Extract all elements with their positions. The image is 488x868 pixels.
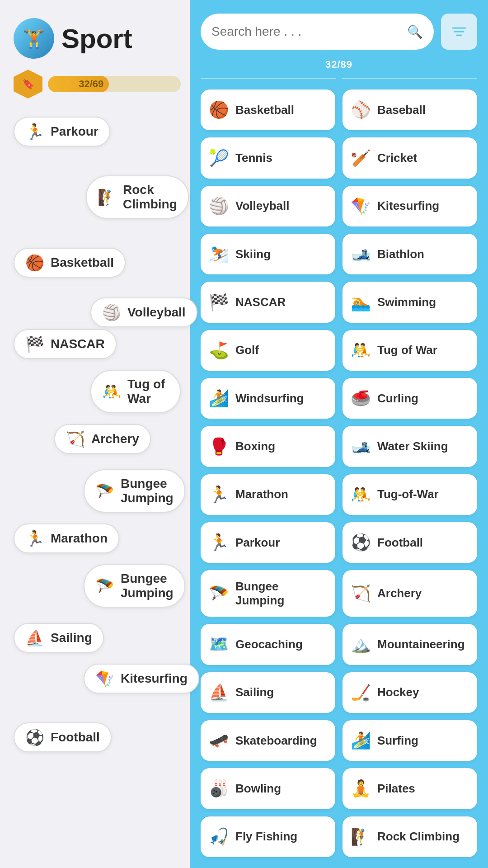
volleyball-left-icon: 🏐 <box>102 305 121 320</box>
skateboarding-grid-icon: 🛹 <box>209 731 229 750</box>
volleyball-grid-icon: 🏐 <box>209 197 229 216</box>
search-button[interactable]: 🔍 <box>407 24 423 39</box>
grid-item-tug-of-war[interactable]: 🤼Tug of War <box>343 330 477 371</box>
right-progress-label: 32/89 <box>201 59 477 71</box>
bungee-2-left-label: Bungee Jumping <box>121 571 174 600</box>
fly-fishing-grid-label: Fly Fishing <box>235 830 297 844</box>
left-item-tug-of-war-left[interactable]: 🤼Tug of War <box>90 370 181 413</box>
kitesurfing-left-label: Kitesurfing <box>121 671 188 686</box>
cricket-grid-icon: 🏏 <box>351 149 371 168</box>
mountaineering-grid-label: Mountaineering <box>377 637 465 651</box>
left-item-bungee-1-left[interactable]: 🪂Bungee Jumping <box>84 469 185 513</box>
grid-item-marathon[interactable]: 🏃Marathon <box>201 474 335 515</box>
left-item-bungee-2-left[interactable]: 🪂Bungee Jumping <box>84 564 185 608</box>
right-panel: 🔍 32/89 🏀Basketball⚾Baseball🎾Tennis🏏Cric… <box>190 0 488 868</box>
grid-item-tug-of-war-2[interactable]: 🤼Tug-of-War <box>343 474 477 515</box>
archery-grid-icon: 🏹 <box>351 584 371 603</box>
grid-item-volleyball[interactable]: 🏐Volleyball <box>201 186 335 226</box>
skiing-grid-label: Skiing <box>235 247 271 261</box>
grid-item-golf[interactable]: ⛳Golf <box>201 330 335 371</box>
search-input[interactable] <box>211 24 402 39</box>
grid-item-kitesurfing[interactable]: 🪁Kitesurfing <box>343 186 477 226</box>
left-item-parkour-left[interactable]: 🏃Parkour <box>14 117 110 146</box>
app-header: 🏋️ Sport <box>14 18 181 59</box>
app-logo: 🏋️ <box>14 18 54 59</box>
left-item-marathon-left[interactable]: 🏃Marathon <box>14 524 119 553</box>
hockey-grid-icon: 🏒 <box>351 683 371 702</box>
skiing-grid-icon: ⛷️ <box>209 245 229 264</box>
basketball-left-icon: 🏀 <box>25 255 44 270</box>
grid-item-nascar[interactable]: 🏁NASCAR <box>201 282 335 322</box>
search-bar-row: 🔍 <box>201 14 477 50</box>
grid-item-fly-fishing[interactable]: 🎣Fly Fishing <box>201 816 335 857</box>
parkour-grid-label: Parkour <box>235 536 280 550</box>
parkour-left-label: Parkour <box>51 124 99 139</box>
grid-item-mountaineering[interactable]: 🏔️Mountaineering <box>343 624 477 665</box>
divider-row <box>201 78 477 79</box>
grid-item-cricket[interactable]: 🏏Cricket <box>343 137 477 178</box>
grid-item-bowling[interactable]: 🎳Bowling <box>201 768 335 809</box>
geocaching-grid-label: Geocaching <box>235 637 303 651</box>
grid-item-skateboarding[interactable]: 🛹Skateboarding <box>201 720 335 761</box>
parkour-left-icon: 🏃 <box>25 124 44 139</box>
grid-item-bungee-jumping[interactable]: 🪂Bungee Jumping <box>201 570 335 617</box>
tug-of-war-grid-icon: 🤼 <box>351 341 371 360</box>
tug-of-war-left-icon: 🤼 <box>102 384 121 399</box>
golf-grid-label: Golf <box>235 343 259 357</box>
surfing-grid-label: Surfing <box>377 734 418 748</box>
bowling-grid-label: Bowling <box>235 782 281 796</box>
left-item-football-left[interactable]: ⚽Football <box>14 722 112 752</box>
grid-item-tennis[interactable]: 🎾Tennis <box>201 137 335 178</box>
rock-climbing-grid-label: Rock Climbing <box>377 830 460 844</box>
grid-item-geocaching[interactable]: 🗺️Geocaching <box>201 624 335 665</box>
left-item-nascar-left[interactable]: 🏁NASCAR <box>14 329 117 359</box>
nascar-grid-label: NASCAR <box>235 295 286 309</box>
grid-item-surfing[interactable]: 🏄Surfing <box>343 720 477 761</box>
marathon-grid-icon: 🏃 <box>209 485 229 504</box>
boxing-grid-label: Boxing <box>235 439 275 453</box>
tennis-grid-label: Tennis <box>235 151 272 165</box>
swimming-grid-label: Swimming <box>377 295 436 309</box>
app-title: Sport <box>61 23 132 54</box>
windsurfing-grid-icon: 🏄 <box>209 389 229 408</box>
left-item-rock-climbing-left[interactable]: 🧗Rock Climbing <box>86 175 189 219</box>
filter-button[interactable] <box>441 14 477 50</box>
left-item-archery-left[interactable]: 🏹Archery <box>54 424 151 454</box>
marathon-left-icon: 🏃 <box>25 531 44 546</box>
progress-hexagon: 🔖 <box>14 70 42 99</box>
grid-item-parkour[interactable]: 🏃Parkour <box>201 522 335 563</box>
left-item-basketball-left[interactable]: 🏀Basketball <box>14 248 126 278</box>
progress-fill: 32/69 <box>48 76 109 92</box>
grid-item-windsurfing[interactable]: 🏄Windsurfing <box>201 378 335 419</box>
nascar-left-label: NASCAR <box>51 337 105 351</box>
tug-of-war-2-grid-label: Tug-of-War <box>377 487 439 501</box>
left-item-sailing-left[interactable]: ⛵Sailing <box>14 623 104 653</box>
rock-climbing-left-label: Rock Climbing <box>123 183 177 212</box>
grid-item-water-skiing[interactable]: 🎿Water Skiing <box>343 426 477 467</box>
football-grid-icon: ⚽ <box>351 533 371 552</box>
grid-item-skiing[interactable]: ⛷️Skiing <box>201 234 335 274</box>
grid-item-curling[interactable]: 🥌Curling <box>343 378 477 419</box>
grid-item-football[interactable]: ⚽Football <box>343 522 477 563</box>
sports-grid: 🏀Basketball⚾Baseball🎾Tennis🏏Cricket🏐Voll… <box>201 90 477 868</box>
hockey-grid-label: Hockey <box>377 685 419 699</box>
grid-item-biathlon[interactable]: 🎿Biathlon <box>343 234 477 274</box>
bungee-1-left-label: Bungee Jumping <box>121 476 174 505</box>
grid-item-pilates[interactable]: 🧘Pilates <box>343 768 477 809</box>
grid-item-rock-climbing[interactable]: 🧗Rock Climbing <box>343 816 477 857</box>
progress-track: 32/69 <box>48 76 181 92</box>
marathon-grid-label: Marathon <box>235 487 288 501</box>
left-item-kitesurfing-left[interactable]: 🪁Kitesurfing <box>84 664 199 693</box>
grid-item-boxing[interactable]: 🥊Boxing <box>201 426 335 467</box>
grid-item-baseball[interactable]: ⚾Baseball <box>343 90 477 130</box>
grid-item-swimming[interactable]: 🏊Swimming <box>343 282 477 322</box>
water-skiing-grid-icon: 🎿 <box>351 437 371 456</box>
grid-item-basketball[interactable]: 🏀Basketball <box>201 90 335 130</box>
divider-left <box>201 78 336 79</box>
grid-item-archery[interactable]: 🏹Archery <box>343 570 477 617</box>
left-item-volleyball-left[interactable]: 🏐Volleyball <box>90 297 197 327</box>
grid-item-hockey[interactable]: 🏒Hockey <box>343 672 477 713</box>
windsurfing-grid-label: Windsurfing <box>235 392 304 406</box>
grid-item-sailing[interactable]: ⛵Sailing <box>201 672 335 713</box>
biathlon-grid-label: Biathlon <box>377 247 424 261</box>
